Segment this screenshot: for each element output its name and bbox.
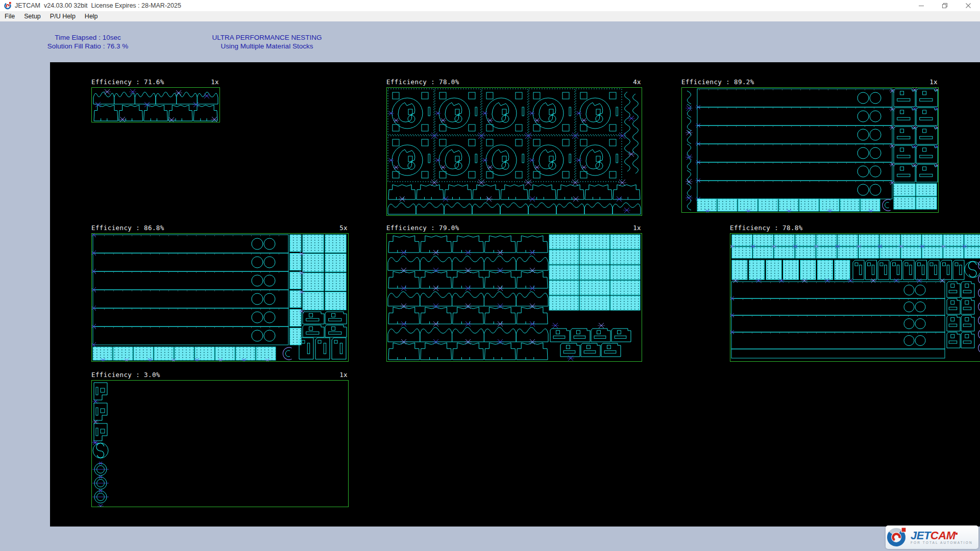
nesting-mode-subtitle: Using Multiple Material Stocks: [193, 42, 341, 51]
nest-panel-4[interactable]: Efficiency : 86.8%5x: [91, 224, 348, 362]
logo-jet: JET: [911, 529, 930, 542]
jetcam-emblem: [886, 525, 909, 549]
nest-panel-label-row: Efficiency : 3.0%1x: [91, 371, 348, 379]
nest-panel-7[interactable]: Efficiency : 3.0%1x: [91, 371, 348, 507]
multiplier-label: 1x: [339, 371, 348, 379]
nest-panel-3[interactable]: Efficiency : 89.2%1x: [681, 78, 938, 213]
nest-drawing-3: [681, 87, 939, 213]
nesting-mode-title: ULTRA PERFORMANCE NESTING: [193, 34, 341, 42]
status-center: ULTRA PERFORMANCE NESTING Using Multiple…: [193, 34, 341, 51]
time-elapsed-text: Time Elapsed : 10sec: [14, 34, 161, 42]
efficiency-label: Efficiency : 79.0%: [386, 224, 459, 232]
window-title: JETCAM v24.03.00 32bit License Expires :…: [15, 2, 181, 9]
logo-mark: [955, 533, 958, 535]
nest-panel-1[interactable]: Efficiency : 71.6%1x: [91, 78, 219, 122]
nest-drawing-6: [730, 233, 980, 362]
multiplier-label: 1x: [929, 78, 938, 86]
menu-file[interactable]: File: [0, 12, 19, 21]
nest-canvas: Efficiency : 71.6%1xEfficiency : 78.0%4x…: [50, 62, 980, 527]
minimize-button[interactable]: [910, 0, 933, 11]
menu-setup[interactable]: Setup: [19, 12, 45, 21]
logo-text: JETCAM FOR TOTAL AUTOMATION: [911, 531, 973, 544]
titlebar: JETCAM v24.03.00 32bit License Expires :…: [0, 0, 980, 11]
menu-pu-help[interactable]: P/U Help: [45, 12, 80, 21]
app-icon: [4, 2, 12, 10]
multiplier-label: 5x: [339, 224, 348, 232]
nest-drawing-5: [386, 233, 642, 362]
efficiency-label: Efficiency : 78.8%: [730, 224, 803, 232]
fill-ratio-text: Solution Fill Ratio : 76.3 %: [14, 42, 161, 51]
nest-panel-label-row: Efficiency : 86.8%5x: [91, 224, 348, 232]
menu-help[interactable]: Help: [80, 12, 103, 21]
logo-tagline: FOR TOTAL AUTOMATION: [911, 541, 973, 544]
nest-panel-label-row: Efficiency : 78.8%1x: [730, 224, 980, 232]
nest-drawing-4: [91, 233, 349, 362]
nest-drawing-7: [91, 380, 349, 507]
nest-panel-label-row: Efficiency : 78.0%4x: [386, 78, 641, 86]
nest-panel-label-row: Efficiency : 79.0%1x: [386, 224, 641, 232]
nest-panel-6[interactable]: Efficiency : 78.8%1x: [730, 224, 980, 362]
window-controls: [910, 0, 980, 11]
status-left: Time Elapsed : 10sec Solution Fill Ratio…: [14, 34, 161, 51]
jetcam-logo: JETCAM FOR TOTAL AUTOMATION: [886, 525, 978, 549]
nest-panel-label-row: Efficiency : 89.2%1x: [681, 78, 938, 86]
efficiency-label: Efficiency : 89.2%: [681, 78, 754, 86]
multiplier-label: 1x: [633, 224, 641, 232]
nest-panel-2[interactable]: Efficiency : 78.0%4x: [386, 78, 641, 216]
efficiency-label: Efficiency : 3.0%: [91, 371, 160, 379]
restore-button[interactable]: [933, 0, 957, 11]
nest-panel-label-row: Efficiency : 71.6%1x: [91, 78, 219, 86]
nest-drawing-2: [386, 87, 642, 216]
logo-cam: CAM: [930, 529, 955, 542]
efficiency-label: Efficiency : 71.6%: [91, 78, 164, 86]
menubar: File Setup P/U Help Help: [0, 11, 980, 21]
multiplier-label: 1x: [211, 78, 219, 86]
jetcam-window: JETCAM v24.03.00 32bit License Expires :…: [0, 0, 980, 551]
close-button[interactable]: [957, 0, 980, 11]
nest-drawing-1: [91, 87, 220, 122]
nest-panel-5[interactable]: Efficiency : 79.0%1x: [386, 224, 641, 362]
multiplier-label: 4x: [633, 78, 641, 86]
efficiency-label: Efficiency : 86.8%: [91, 224, 164, 232]
efficiency-label: Efficiency : 78.0%: [386, 78, 459, 86]
